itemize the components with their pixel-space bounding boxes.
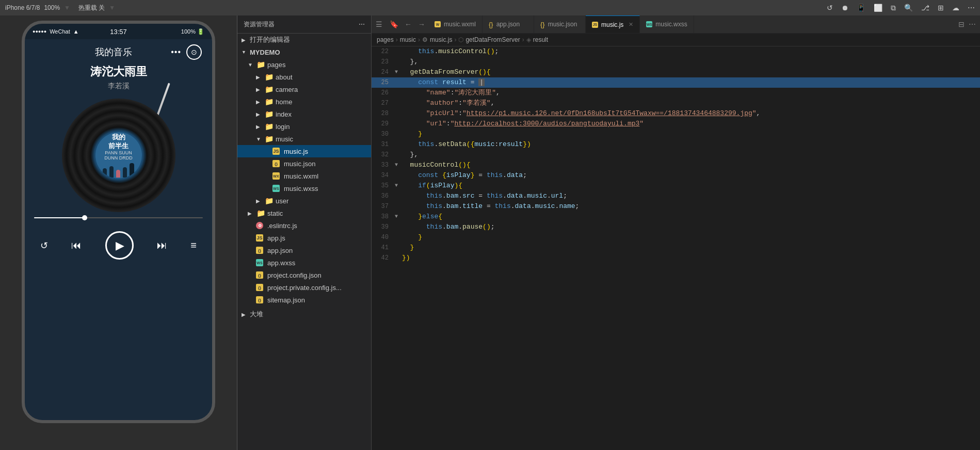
sidebar-item-app-wxss[interactable]: ▶ WS app.wxss (237, 256, 371, 269)
login-label: login (276, 123, 367, 131)
code-line-27: 27 "author":"李若溪", (372, 98, 980, 108)
status-bar-left: ●●●●● WeChat ▲ (33, 28, 90, 35)
code-line-42: 42 }) (372, 253, 980, 263)
camera-button[interactable]: ⊙ (186, 44, 202, 60)
code-line-34: 34 const {isPlay} = this.data; (372, 170, 980, 181)
sidebar-toggle[interactable]: ☰ (372, 15, 387, 33)
tab-music-wxss[interactable]: WS music.wxss (640, 15, 694, 33)
sidebar-bottom-section[interactable]: ▶ 大堆 (237, 308, 371, 320)
more-icon[interactable]: ⋯ (968, 4, 975, 12)
tab-close-button[interactable]: ✕ (629, 21, 633, 28)
refresh-icon[interactable]: ↺ (827, 4, 833, 12)
sidebar-item-home[interactable]: ▶ 📁 home (237, 95, 371, 108)
nav-forward-icon[interactable]: → (415, 15, 428, 33)
eslintrc-icon: ⚙ (256, 222, 263, 229)
sidebar-item-index[interactable]: ▶ 📁 index (237, 108, 371, 120)
code-line-25: 25 const result = | (372, 77, 980, 88)
playlist-button[interactable]: ≡ (190, 239, 197, 251)
tab-music-wxml[interactable]: W music.wxml (428, 15, 483, 33)
app-json-icon: {} (256, 247, 263, 254)
sidebar-item-music-wxss[interactable]: ▶ WS music.wxss (237, 182, 371, 195)
open-editors-section[interactable]: ▶ 打开的编辑器 (237, 34, 371, 46)
status-bar-time: 13:57 (90, 28, 147, 36)
sidebar-item-user[interactable]: ▶ 📁 user (237, 195, 371, 207)
play-button[interactable]: ▶ (105, 231, 134, 260)
music-header: 我的音乐 ••• ⊙ (25, 44, 212, 60)
line-num-36: 36 (372, 191, 395, 201)
extensions-icon[interactable]: ⊞ (938, 4, 944, 12)
line-num-33: 33 (372, 160, 395, 170)
bookmark-icon[interactable]: 🔖 (387, 15, 401, 33)
line-num-24: 24 (372, 67, 395, 77)
prev-button[interactable]: ⏮ (71, 239, 82, 251)
music-app-title: 我的音乐 (95, 46, 132, 58)
breadcrumb-pages[interactable]: pages (377, 36, 394, 43)
code-content-24: getDataFromServer(){ (402, 67, 980, 77)
sidebar-item-eslintrc[interactable]: ▶ ⚙ .eslintrc.js (237, 219, 371, 232)
main-area: ●●●●● WeChat ▲ 13:57 100% 🔋 我的音乐 ••• (0, 15, 980, 450)
device-label: iPhone 6/7/8 (5, 4, 40, 11)
breadcrumb-music[interactable]: music (400, 36, 416, 43)
copy-icon[interactable]: ⧉ (891, 4, 896, 12)
breadcrumb-result[interactable]: result (533, 36, 548, 43)
tab-music-js[interactable]: JS music.js ✕ (586, 15, 640, 33)
hotreload-label[interactable]: 热重载 关 (78, 4, 105, 12)
code-line-31: 31 this.setData({music:result}) (372, 139, 980, 150)
tab-app-json[interactable]: {} app.json (483, 15, 534, 33)
top-toolbar: iPhone 6/7/8 100% ▼ 热重载 关 ▼ ↺ ⏺ 📱 ⬜ ⧉ 🔍 … (0, 0, 980, 15)
breadcrumb-getdata[interactable]: getDataFromServer (465, 36, 520, 43)
sidebar-item-music-js[interactable]: ▶ JS music.js (237, 145, 371, 157)
sidebar-item-static[interactable]: ▶ 📁 static (237, 207, 371, 219)
sidebar-item-music[interactable]: ▼ 📁 music (237, 133, 371, 145)
sitemap-label: sitemap.json (267, 296, 367, 304)
sidebar-item-about[interactable]: ▶ 📁 about (237, 71, 371, 83)
code-editor[interactable]: 22 this.musicControl(); 23 }, 24 ▼ getDa… (372, 46, 980, 450)
sidebar-item-project-config[interactable]: ▶ {} project.config.json (237, 269, 371, 281)
index-label: index (276, 110, 367, 118)
sidebar-item-login[interactable]: ▶ 📁 login (237, 120, 371, 133)
repeat-button[interactable]: ↺ (40, 240, 48, 251)
search-icon[interactable]: 🔍 (904, 4, 913, 12)
branch-icon[interactable]: ⎇ (921, 4, 929, 12)
sidebar-item-music-json[interactable]: ▶ {} music.json (237, 157, 371, 170)
record-icon[interactable]: ⏺ (841, 4, 848, 12)
line-num-40: 40 (372, 232, 395, 243)
more-editor-icon[interactable]: ⋯ (969, 20, 976, 28)
breadcrumb-music-js[interactable]: music.js (430, 36, 452, 43)
folder-icon-static: 📁 (256, 209, 265, 217)
eslintrc-label: .eslintrc.js (267, 222, 367, 230)
line-num-35: 35 (372, 181, 395, 191)
progress-handle[interactable] (82, 215, 87, 220)
phone-icon[interactable]: 📱 (857, 4, 865, 12)
sidebar-item-pages[interactable]: ▼ 📁 pages (237, 58, 371, 71)
code-content-31: this.setData({music:result}) (402, 139, 980, 150)
sidebar-item-sitemap[interactable]: ▶ {} sitemap.json (237, 294, 371, 306)
code-content-23: }, (402, 57, 980, 67)
nav-back-icon[interactable]: ← (401, 15, 415, 33)
sidebar-item-project-private[interactable]: ▶ {} project.private.config.js... (237, 281, 371, 294)
root-folder[interactable]: ▼ MYDEMO (237, 46, 371, 58)
sidebar-item-music-wxml[interactable]: ▶ WX music.wxml (237, 170, 371, 182)
code-content-26: "name":"涛沱大雨里", (402, 88, 980, 98)
progress-bar[interactable] (34, 217, 203, 218)
code-content-39: this.bam.pause(); (402, 222, 980, 232)
sidebar-item-app-js[interactable]: ▶ JS app.js (237, 232, 371, 244)
deploy-icon[interactable]: ☁ (952, 4, 959, 12)
folder-icon-login: 📁 (264, 122, 274, 131)
json-tab-icon: {} (489, 21, 493, 28)
music-wxml-label: music.wxml (284, 172, 367, 180)
dots-icon[interactable]: ••• (171, 47, 181, 57)
window-icon[interactable]: ⬜ (874, 4, 882, 12)
next-button[interactable]: ⏭ (157, 239, 167, 251)
music-js-tab-icon: JS (592, 22, 598, 28)
tab-music-json[interactable]: {} music.json (534, 15, 586, 33)
sidebar-more-icon[interactable]: ⋯ (359, 21, 365, 28)
code-line-32: 32 }, (372, 150, 980, 160)
progress-container (34, 217, 203, 218)
line-num-29: 29 (372, 119, 395, 129)
sidebar-item-app-json[interactable]: ▶ {} app.json (237, 244, 371, 256)
about-label: about (276, 73, 367, 81)
split-editor-icon[interactable]: ⊟ (958, 20, 965, 28)
sidebar-item-camera[interactable]: ▶ 📁 camera (237, 83, 371, 95)
code-content-25: const result = | (402, 77, 980, 88)
